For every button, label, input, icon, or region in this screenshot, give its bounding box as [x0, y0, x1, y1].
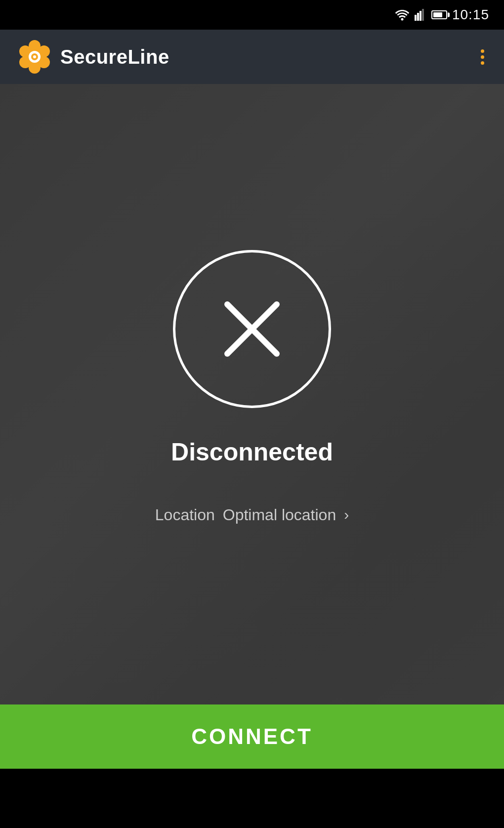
- x-icon: [208, 285, 296, 373]
- svg-rect-2: [420, 11, 421, 21]
- content-wrapper: Disconnected Location Optimal location ›: [0, 84, 504, 769]
- location-label: Location: [155, 506, 215, 524]
- more-menu-button[interactable]: [476, 44, 489, 70]
- avast-logo-icon: [15, 37, 54, 77]
- main-content: Disconnected Location Optimal location ›…: [0, 84, 504, 769]
- menu-dot-1: [481, 49, 484, 53]
- connection-status-text: Disconnected: [171, 438, 333, 466]
- app-bar: SecureLine: [0, 30, 504, 84]
- svg-rect-3: [422, 9, 424, 21]
- location-value: Optimal location: [223, 506, 336, 524]
- app-title: SecureLine: [60, 46, 169, 68]
- svg-point-13: [33, 55, 36, 58]
- signal-icon: [415, 9, 426, 21]
- chevron-right-icon: ›: [344, 506, 349, 523]
- status-bar: 10:15: [0, 0, 504, 30]
- location-row[interactable]: Location Optimal location ›: [155, 506, 349, 524]
- status-icons: 10:15: [395, 7, 489, 23]
- connect-button-label: CONNECT: [191, 724, 313, 749]
- svg-rect-0: [415, 15, 417, 21]
- battery-fill: [433, 12, 442, 17]
- battery-icon: [431, 10, 447, 19]
- status-time: 10:15: [452, 7, 489, 23]
- connect-button[interactable]: CONNECT: [0, 704, 504, 769]
- wifi-icon: [395, 9, 410, 21]
- avast-logo: SecureLine: [15, 37, 169, 77]
- menu-dot-3: [481, 61, 484, 65]
- menu-dot-2: [481, 55, 484, 59]
- disconnect-button[interactable]: [173, 250, 331, 408]
- svg-rect-1: [417, 13, 419, 21]
